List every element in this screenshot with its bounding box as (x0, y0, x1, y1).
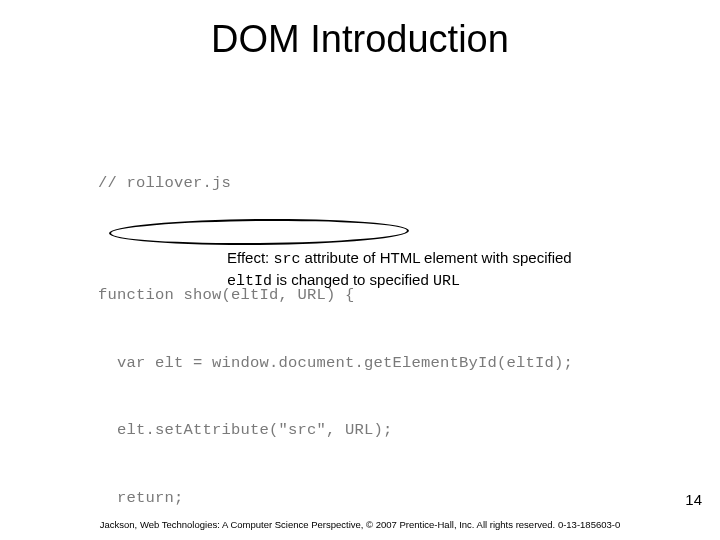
annotation-part: Effect: (227, 249, 273, 266)
annotation-part: is changed to specified (272, 271, 433, 288)
code-line: var elt = window.document.getElementById… (98, 352, 573, 374)
code-line: // rollover.js (98, 172, 573, 194)
code-block: // rollover.js function show(eltId, URL)… (98, 127, 573, 540)
code-line: elt.setAttribute("src", URL); (98, 419, 573, 441)
code-line: return; (98, 487, 573, 509)
annotation-code: URL (433, 273, 460, 290)
footer-text: Jackson, Web Technologies: A Computer Sc… (0, 519, 720, 530)
highlight-ellipse (115, 222, 407, 244)
slide: DOM Introduction // rollover.js function… (0, 0, 720, 540)
annotation-part: attribute of HTML element with specified (300, 249, 571, 266)
annotation-text: Effect: src attribute of HTML element wi… (227, 248, 607, 293)
slide-title: DOM Introduction (0, 18, 720, 61)
annotation-code: eltId (227, 273, 272, 290)
page-number: 14 (685, 491, 702, 508)
annotation-code: src (273, 251, 300, 268)
ellipse-icon (109, 218, 409, 247)
